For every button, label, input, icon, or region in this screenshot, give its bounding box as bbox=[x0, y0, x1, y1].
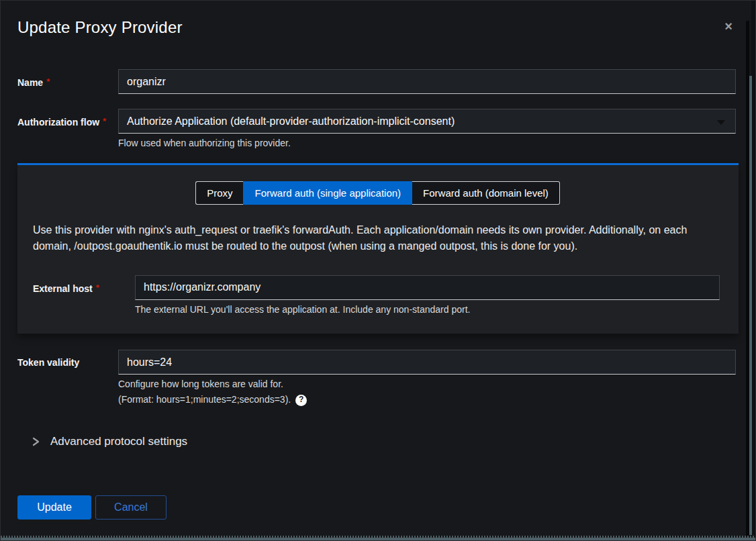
page-scrollbar bbox=[749, 76, 752, 535]
page-edge-bottom bbox=[1, 538, 755, 540]
question-mark-icon[interactable]: ? bbox=[295, 395, 307, 406]
advanced-protocol-settings-expander[interactable]: Advanced protocol settings bbox=[1, 435, 755, 448]
toggle-proxy[interactable]: Proxy bbox=[195, 181, 243, 205]
token-validity-help: Configure how long tokens are valid for. bbox=[118, 379, 736, 389]
token-validity-label: Token validity bbox=[17, 350, 118, 405]
external-host-help: The external URL you'll access the appli… bbox=[135, 305, 720, 315]
token-validity-field-row: Token validity Configure how long tokens… bbox=[1, 350, 755, 405]
update-proxy-provider-modal: Update Proxy Provider × Name* Authorizat… bbox=[0, 0, 756, 541]
toggle-forward-auth-domain[interactable]: Forward auth (domain level) bbox=[412, 181, 560, 205]
authorization-flow-label: Authorization flow* bbox=[17, 109, 118, 148]
authorization-flow-select[interactable]: Authorize Application (default-provider-… bbox=[118, 109, 736, 134]
chevron-right-icon bbox=[31, 436, 40, 447]
name-label: Name* bbox=[17, 69, 118, 94]
token-validity-input[interactable] bbox=[118, 350, 736, 375]
toggle-forward-auth-single[interactable]: Forward auth (single application) bbox=[243, 181, 412, 205]
proxy-mode-toggle-group: Proxy Forward auth (single application) … bbox=[33, 181, 722, 205]
close-icon: × bbox=[724, 19, 733, 34]
external-host-field-row: External host* The external URL you'll a… bbox=[33, 275, 722, 315]
authorization-flow-help: Flow used when authorizing this provider… bbox=[118, 138, 736, 148]
name-input[interactable] bbox=[118, 69, 736, 94]
authorization-flow-selected-value: Authorize Application (default-provider-… bbox=[127, 115, 455, 128]
close-button[interactable]: × bbox=[724, 19, 733, 33]
required-asterisk: * bbox=[96, 283, 99, 293]
authorization-flow-field-row: Authorization flow* Authorize Applicatio… bbox=[1, 109, 755, 148]
required-asterisk: * bbox=[46, 77, 50, 87]
required-asterisk: * bbox=[103, 116, 106, 126]
modal-footer: Update Cancel bbox=[1, 495, 755, 520]
advanced-protocol-settings-label: Advanced protocol settings bbox=[50, 435, 187, 448]
external-host-label: External host* bbox=[33, 275, 135, 315]
cancel-button[interactable]: Cancel bbox=[95, 495, 167, 520]
external-host-input[interactable] bbox=[135, 275, 720, 300]
modal-title: Update Proxy Provider bbox=[17, 18, 739, 37]
modal-header: Update Proxy Provider × bbox=[1, 1, 755, 37]
name-field-row: Name* bbox=[1, 69, 755, 94]
proxy-mode-card: Proxy Forward auth (single application) … bbox=[17, 163, 739, 334]
update-button[interactable]: Update bbox=[17, 495, 91, 520]
proxy-mode-description: Use this provider with nginx's auth_requ… bbox=[33, 222, 722, 253]
chevron-down-icon bbox=[717, 120, 725, 125]
token-validity-format-help: (Format: hours=1;minutes=2;seconds=3). ? bbox=[118, 395, 736, 406]
